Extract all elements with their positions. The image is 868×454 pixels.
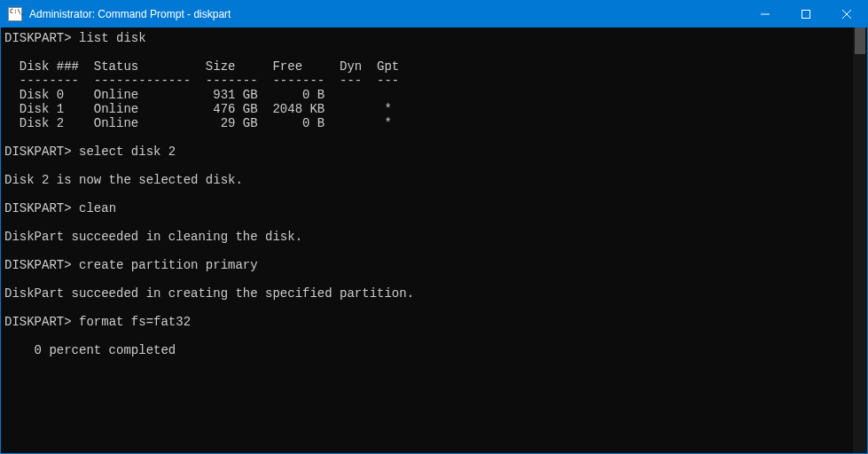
command-prompt-window: Administrator: Command Prompt - diskpart… — [0, 0, 868, 454]
minimize-button[interactable] — [745, 1, 786, 27]
window-controls — [745, 1, 867, 27]
maximize-button[interactable] — [786, 1, 826, 27]
table-row: Disk 0 Online 931 GB 0 B — [4, 88, 325, 102]
table-row: Disk 1 Online 476 GB 2048 KB * — [4, 102, 392, 116]
line: DISKPART> clean — [4, 201, 116, 215]
scrollbar-thumb[interactable] — [855, 27, 865, 54]
scrollbar[interactable] — [853, 27, 867, 453]
terminal-output[interactable]: DISKPART> list disk Disk ### Status Size… — [1, 27, 867, 453]
svg-rect-1 — [802, 11, 810, 19]
cmd-icon — [8, 7, 22, 21]
line: DISKPART> list disk — [4, 31, 146, 45]
response: 0 percent completed — [4, 343, 176, 357]
response: Disk 2 is now the selected disk. — [4, 173, 243, 187]
titlebar[interactable]: Administrator: Command Prompt - diskpart — [1, 1, 867, 27]
line: DISKPART> create partition primary — [4, 258, 258, 272]
window-title: Administrator: Command Prompt - diskpart — [29, 8, 745, 20]
table-header: Disk ### Status Size Free Dyn Gpt — [4, 59, 399, 74]
table-divider: -------- ------------- ------- ------- -… — [4, 74, 399, 88]
close-button[interactable] — [826, 1, 867, 27]
table-row: Disk 2 Online 29 GB 0 B * — [4, 116, 392, 130]
line: DISKPART> select disk 2 — [4, 145, 176, 159]
line: DISKPART> format fs=fat32 — [4, 315, 191, 329]
response: DiskPart succeeded in cleaning the disk. — [4, 230, 302, 244]
response: DiskPart succeeded in creating the speci… — [4, 286, 414, 301]
